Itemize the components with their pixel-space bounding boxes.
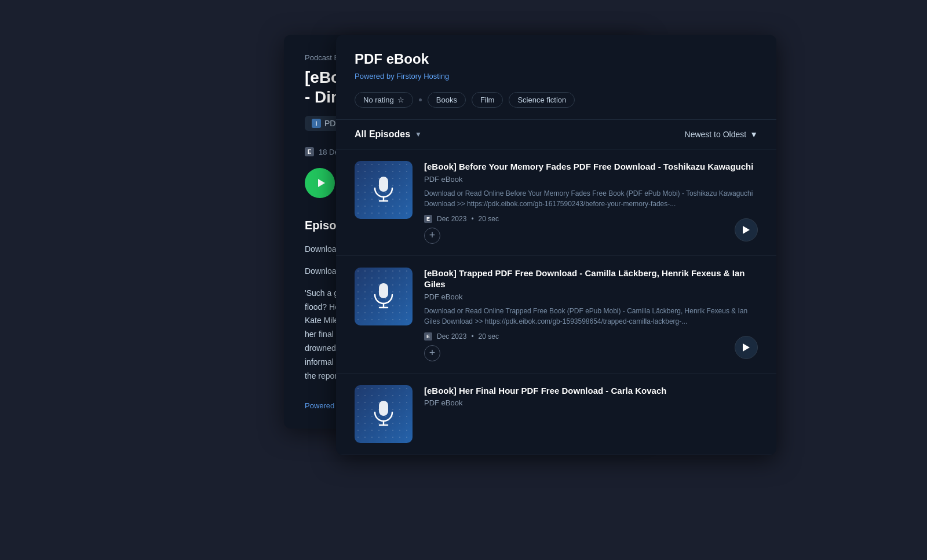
- episode-meta-row: E Dec 2023 • 20 sec: [424, 215, 758, 223]
- e-badge-small: E: [424, 332, 432, 341]
- sort-chevron-icon: ▼: [750, 130, 758, 139]
- all-episodes-label: All Episodes: [355, 129, 410, 140]
- episode-thumbnail: [355, 385, 413, 443]
- meta-sep: •: [471, 215, 473, 223]
- episode-info: [eBook] Trapped PDF Free Download - Cami…: [424, 268, 758, 361]
- svg-rect-1: [379, 177, 388, 192]
- episode-duration: 20 sec: [479, 332, 499, 341]
- episode-meta-row: E Dec 2023 • 20 sec: [424, 332, 758, 341]
- e-badge: E: [305, 147, 314, 156]
- episode-thumbnail: [355, 161, 413, 219]
- episode-title: [eBook] Before Your Memory Fades PDF Fre…: [424, 161, 758, 173]
- all-episodes-button[interactable]: All Episodes ▼: [355, 129, 422, 140]
- episode-thumbnail: [355, 268, 413, 325]
- episode-title: [eBook] Trapped PDF Free Download - Cami…: [424, 268, 758, 290]
- table-row: [eBook] Before Your Memory Fades PDF Fre…: [336, 149, 776, 256]
- right-panel-title: PDF eBook: [355, 51, 758, 67]
- right-panel: PDF eBook Powered by Firstory Hosting No…: [336, 35, 776, 455]
- episode-info: [eBook] Her Final Hour PDF Free Download…: [424, 385, 758, 412]
- right-powered-brand[interactable]: Firstory Hosting: [396, 72, 449, 80]
- episode-title: [eBook] Her Final Hour PDF Free Download…: [424, 385, 758, 397]
- episode-info: [eBook] Before Your Memory Fades PDF Fre…: [424, 161, 758, 244]
- svg-marker-8: [743, 343, 750, 352]
- right-powered-by: Powered by Firstory Hosting: [355, 72, 758, 80]
- tag-separator-dot: [419, 98, 422, 101]
- e-badge-small: E: [424, 215, 432, 223]
- episode-add-button[interactable]: +: [424, 228, 440, 244]
- episode-play-button[interactable]: [735, 218, 758, 241]
- episode-list: [eBook] Before Your Memory Fades PDF Fre…: [336, 149, 776, 455]
- tag-film[interactable]: Film: [472, 92, 503, 108]
- star-icon: ☆: [397, 96, 404, 104]
- science-fiction-label: Science fiction: [517, 96, 566, 104]
- microphone-icon: [373, 282, 395, 311]
- play-button[interactable]: [305, 168, 335, 198]
- episode-play-button[interactable]: [735, 336, 758, 359]
- episode-podcast: PDF eBook: [424, 175, 758, 184]
- episode-podcast: PDF eBook: [424, 292, 758, 301]
- books-label: Books: [436, 96, 457, 104]
- microphone-icon: [373, 400, 395, 429]
- right-header: PDF eBook Powered by Firstory Hosting No…: [336, 35, 776, 120]
- sort-label: Newest to Oldest: [685, 130, 747, 139]
- no-rating-label: No rating: [363, 96, 394, 104]
- episode-add-button[interactable]: +: [424, 345, 440, 361]
- film-label: Film: [480, 96, 495, 104]
- episode-podcast: PDF eBook: [424, 398, 758, 407]
- episode-duration: 20 sec: [479, 215, 499, 223]
- tag-books[interactable]: Books: [428, 92, 466, 108]
- svg-rect-5: [379, 283, 388, 298]
- svg-marker-0: [318, 179, 325, 187]
- episode-controls: +: [424, 228, 758, 244]
- episode-controls: +: [424, 345, 758, 361]
- sort-button[interactable]: Newest to Oldest ▼: [685, 130, 758, 139]
- episode-excerpt: Download or Read Online Before Your Memo…: [424, 188, 758, 209]
- episodes-header: All Episodes ▼ Newest to Oldest ▼: [336, 120, 776, 149]
- svg-rect-9: [379, 401, 388, 416]
- tag-icon: i: [312, 119, 321, 128]
- episode-date: Dec 2023: [437, 332, 466, 341]
- tags-row: No rating ☆ Books Film Science fiction: [355, 92, 758, 108]
- episode-date: Dec 2023: [437, 215, 466, 223]
- svg-marker-4: [743, 226, 750, 234]
- table-row: [eBook] Trapped PDF Free Download - Cami…: [336, 256, 776, 374]
- table-row: [eBook] Her Final Hour PDF Free Download…: [336, 374, 776, 455]
- all-episodes-chevron-icon: ▼: [415, 130, 422, 138]
- meta-sep: •: [471, 332, 473, 341]
- tag-no-rating[interactable]: No rating ☆: [355, 92, 413, 108]
- episode-excerpt: Download or Read Online Trapped Free Boo…: [424, 306, 758, 327]
- microphone-icon: [373, 175, 395, 204]
- tag-science-fiction[interactable]: Science fiction: [509, 92, 575, 108]
